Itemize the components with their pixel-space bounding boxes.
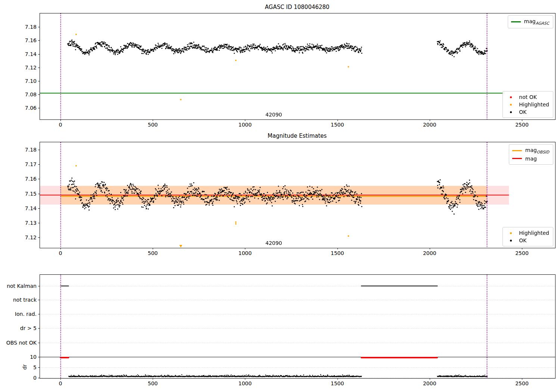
y-tickmark <box>38 367 40 368</box>
swatch-shape <box>510 232 512 234</box>
legend-item: not OK <box>506 93 549 101</box>
y-tickmark <box>38 54 40 55</box>
legend-label: Highlighted <box>519 102 549 108</box>
obsid-annotation: 42090 <box>265 240 282 246</box>
x-tickmark <box>337 248 338 249</box>
y-tickmark <box>38 357 40 357</box>
x-tick-label: 2000 <box>418 122 442 128</box>
y-tick-label: 7.14 <box>3 51 37 57</box>
dr-tick-label: 10 <box>3 354 37 360</box>
dot-swatch <box>506 232 516 234</box>
x-tick-label: 500 <box>141 380 165 386</box>
x-tick-label: 1500 <box>326 122 349 128</box>
legend-top-right: magAGASC <box>508 15 553 28</box>
x-tickmark <box>522 378 522 380</box>
middle-plot-axes: 42090 7.187.177.167.157.147.137.12050010… <box>40 142 556 248</box>
legend-label: magOBSID <box>525 147 549 154</box>
x-tick-label: 0 <box>49 122 72 128</box>
dot-swatch <box>506 104 516 106</box>
y-tickmark <box>38 108 40 108</box>
y-tick-label: 7.18 <box>3 147 37 153</box>
swatch-shape <box>510 96 512 98</box>
flag-row-label: not track <box>3 297 37 303</box>
x-tickmark <box>430 119 430 121</box>
y-tickmark <box>38 286 40 286</box>
legend-item: mag <box>512 155 549 162</box>
x-tickmark <box>60 119 61 121</box>
x-tickmark <box>60 248 61 249</box>
x-tickmark <box>430 378 430 380</box>
x-tick-label: 2000 <box>418 380 442 386</box>
x-tickmark <box>337 378 338 380</box>
y-tickmark <box>38 378 40 378</box>
swatch-shape <box>512 158 522 159</box>
y-tick-label: 7.16 <box>3 176 37 182</box>
y-tick-label: 7.16 <box>3 37 37 43</box>
x-tickmark <box>245 119 245 121</box>
y-tickmark <box>38 343 40 343</box>
legend-label: Highlighted <box>519 230 549 236</box>
legend-item: OK <box>506 108 549 116</box>
x-tick-label: 2500 <box>510 250 534 256</box>
y-tick-label: 7.14 <box>3 205 37 211</box>
x-tick-label: 1000 <box>233 250 257 256</box>
y-tickmark <box>38 194 40 194</box>
legend-label: not OK <box>519 94 537 100</box>
legend-bottom-right: HighlightedOK <box>503 227 553 246</box>
y-tickmark <box>38 150 40 150</box>
bottom-plot-axes: not Kalmannot trackIon. rad.dr > 5OBS no… <box>40 274 556 379</box>
y-tickmark <box>38 237 40 238</box>
x-tickmark <box>153 119 153 121</box>
x-tickmark <box>245 378 245 380</box>
swatch-shape <box>512 150 522 151</box>
y-tickmark <box>38 328 40 329</box>
y-tickmark <box>38 94 40 95</box>
legend-item: magOBSID <box>512 146 549 155</box>
flag-row-label: OBS not OK <box>3 340 37 346</box>
y-tick-label: 7.08 <box>3 91 37 97</box>
y-tickmark <box>38 179 40 179</box>
top-plot-canvas <box>40 13 555 119</box>
x-tickmark <box>153 378 153 380</box>
line-swatch <box>511 21 521 22</box>
x-tick-label: 0 <box>49 380 72 386</box>
x-tick-label: 2000 <box>418 250 442 256</box>
flag-row-label: not Kalman <box>3 283 37 289</box>
top-plot-title: AGASC ID 1080046280 <box>40 4 555 10</box>
y-tickmark <box>38 40 40 41</box>
legend-item: Highlighted <box>506 101 549 108</box>
y-tick-label: 7.12 <box>3 65 37 71</box>
y-tick-label: 7.06 <box>3 105 37 111</box>
flag-row-label: Ion. rad. <box>3 311 37 317</box>
dr-axis-label: dr <box>22 364 28 370</box>
x-tick-label: 2500 <box>510 122 534 128</box>
y-tick-label: 7.18 <box>3 24 37 30</box>
legend-item: magAGASC <box>511 18 549 26</box>
y-tickmark <box>38 164 40 165</box>
y-tick-label: 7.12 <box>3 234 37 240</box>
y-tickmark <box>38 300 40 300</box>
y-tickmark <box>38 208 40 209</box>
line-swatch <box>512 158 522 159</box>
y-tick-label: 7.17 <box>3 161 37 167</box>
y-tickmark <box>38 81 40 81</box>
middle-plot-canvas <box>40 142 555 248</box>
x-tickmark <box>522 248 522 249</box>
swatch-shape <box>510 111 512 113</box>
figure: AGASC ID 1080046280 Magnitude Estimates … <box>0 0 560 392</box>
swatch-shape <box>510 104 512 106</box>
x-tick-label: 1500 <box>326 380 349 386</box>
y-tickmark <box>38 314 40 314</box>
line-swatch <box>512 150 522 151</box>
x-tick-label: 1000 <box>233 122 257 128</box>
legend-label: OK <box>519 237 526 243</box>
dot-swatch <box>506 96 516 98</box>
y-tick-label: 7.13 <box>3 220 37 226</box>
dr-tick-label: 5 <box>3 364 37 370</box>
x-tickmark <box>245 248 245 249</box>
y-tickmark <box>38 27 40 27</box>
dr-tick-label: 0 <box>3 375 37 381</box>
legend-top-right: magOBSIDmag <box>509 144 553 165</box>
x-tick-label: 0 <box>49 250 72 256</box>
x-tickmark <box>337 119 338 121</box>
